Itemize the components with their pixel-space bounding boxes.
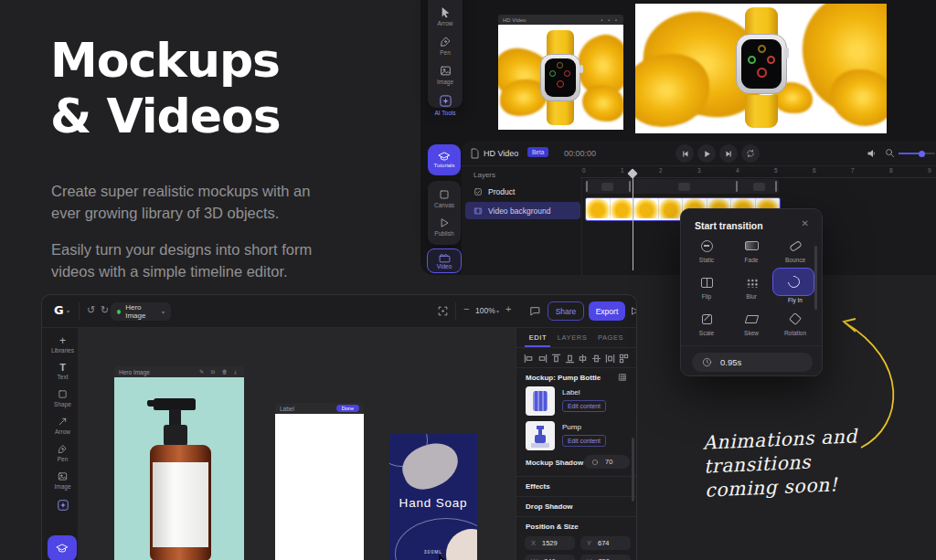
product-layer-icon	[473, 187, 483, 196]
transition-option-fade[interactable]: Fade	[731, 238, 771, 263]
zoom-slider-handle[interactable]	[919, 151, 925, 157]
align-center-v-icon[interactable]	[578, 354, 588, 364]
transition-duration-input[interactable]: 0.95s	[692, 353, 813, 372]
align-top-icon[interactable]	[551, 354, 561, 364]
tool-ai[interactable]	[48, 494, 78, 516]
pen-icon	[58, 444, 68, 454]
fit-view-icon[interactable]	[437, 305, 449, 317]
mockup-shadow-input[interactable]: 70	[584, 455, 630, 469]
transition-segment-bar[interactable]	[585, 179, 779, 194]
popup-scrollbar[interactable]	[814, 246, 817, 310]
zoom-chevron-icon[interactable]: ▾	[496, 308, 499, 314]
frame2-title-bar[interactable]: Label Done	[275, 403, 364, 414]
tool-libraries[interactable]: + Libraries	[48, 332, 78, 358]
grid-icon[interactable]	[618, 373, 627, 382]
tool-pen[interactable]: Pen	[48, 439, 78, 467]
watch-canvas-1[interactable]	[498, 25, 623, 130]
app-logo[interactable]: G	[54, 303, 64, 317]
skip-start-button[interactable]	[675, 144, 694, 163]
tool-shape[interactable]: Shape	[48, 385, 78, 412]
segment-in-chip[interactable]	[601, 183, 613, 191]
flip-icon	[701, 278, 713, 288]
hero-paragraph-2: Easily turn your designs into short form…	[51, 239, 335, 283]
tool-canvas[interactable]: Canvas	[428, 185, 461, 213]
paint-splash	[635, 54, 709, 127]
tool-publish[interactable]: Publish	[428, 213, 461, 241]
edit-content-button[interactable]: Edit content	[562, 400, 606, 412]
tool-arrow-draw[interactable]: Arrow	[48, 412, 78, 439]
tool-image[interactable]: Image	[48, 467, 78, 494]
video-mode-button[interactable]: Video	[427, 248, 462, 273]
inspector-panel: EDIT LAYERS PAGES Mockup: Pump Bottle	[516, 328, 636, 560]
clip-thumbnail	[634, 198, 659, 218]
comment-icon[interactable]	[529, 305, 541, 317]
tutorials-button[interactable]	[48, 535, 77, 560]
hand-soap-card[interactable]: Hand Soap 300ML	[389, 434, 477, 560]
layer-row-video-background[interactable]: Video background	[465, 202, 580, 219]
section-position-size[interactable]: Position & Size	[526, 523, 579, 531]
transition-option-bounce[interactable]: Bounce	[775, 238, 815, 263]
loop-button[interactable]	[741, 144, 760, 163]
transition-option-scale[interactable]: Scale	[686, 312, 727, 336]
distribute-icon[interactable]	[605, 354, 615, 364]
zoom-slider[interactable]	[899, 153, 935, 154]
align-right-icon[interactable]	[537, 354, 548, 364]
edit-content-button[interactable]: Edit content	[562, 435, 606, 447]
width-input[interactable]: W 846	[525, 555, 575, 560]
segment-mid-chip[interactable]	[678, 183, 690, 191]
hero-image-frame[interactable]	[114, 377, 244, 560]
height-input[interactable]: H 700	[580, 555, 631, 560]
label-layer-thumbnail[interactable]	[526, 386, 555, 416]
skip-end-button[interactable]	[719, 144, 738, 163]
done-button[interactable]: Done	[336, 405, 359, 412]
undo-icon[interactable]: ↺	[87, 304, 95, 316]
frame1-action-icons[interactable]: ✎ ⧉ 🗑 ⤓	[199, 368, 239, 375]
tool-arrow[interactable]: Arrow	[428, 2, 463, 31]
tutorials-button[interactable]: Tutorials	[428, 144, 461, 175]
align-left-icon[interactable]	[524, 354, 534, 364]
tidy-icon[interactable]	[619, 354, 629, 364]
zoom-out-button[interactable]: −	[463, 303, 469, 314]
tool-text[interactable]: T Text	[48, 358, 78, 385]
frame-title-bar[interactable]: HD Video ▪ ▪ ▪	[498, 15, 623, 25]
export-button[interactable]: Export	[589, 301, 625, 321]
pump-layer-thumbnail[interactable]	[526, 421, 555, 450]
frame1-title-bar[interactable]: Hero Image ✎ ⧉ 🗑 ⤓	[114, 366, 244, 377]
section-drop-shadow[interactable]: Drop Shadow	[526, 502, 573, 511]
design-canvas[interactable]: Hero Image ✎ ⧉ 🗑 ⤓ Label Done	[78, 328, 516, 560]
transition-option-flip[interactable]: Flip	[686, 275, 727, 300]
y-position-input[interactable]: Y 674	[580, 536, 631, 550]
play-button[interactable]	[697, 144, 716, 163]
tool-image[interactable]: Image	[428, 60, 463, 90]
image-icon	[58, 471, 68, 481]
zoom-in-button[interactable]: +	[505, 303, 511, 314]
transition-option-fly-in[interactable]: Fly In	[775, 275, 815, 303]
transition-option-skew[interactable]: Skew	[731, 312, 771, 336]
layer-row-product[interactable]: Product	[465, 183, 580, 200]
x-position-input[interactable]: X 1529	[525, 536, 575, 550]
align-center-h-icon[interactable]	[591, 354, 601, 364]
tool-ai[interactable]: AI Tools	[428, 90, 463, 121]
tab-edit[interactable]: EDIT	[529, 333, 547, 342]
transition-option-static[interactable]: Static	[686, 238, 727, 263]
paint-splash	[831, 69, 887, 126]
align-bottom-icon[interactable]	[565, 354, 575, 364]
inspector-scrollbar[interactable]	[632, 438, 634, 502]
tab-layers[interactable]: LAYERS	[558, 333, 588, 342]
segment-out-chip[interactable]	[753, 183, 765, 191]
mode-panel: Canvas Publish	[428, 181, 461, 245]
transition-option-rotation[interactable]: Rotation	[775, 312, 815, 336]
preview-play-icon[interactable]	[630, 306, 637, 316]
transition-option-blur[interactable]: Blur	[731, 275, 771, 300]
section-effects[interactable]: Effects	[526, 482, 550, 491]
share-button[interactable]: Share	[548, 301, 584, 321]
watch-canvas-2[interactable]	[635, 4, 887, 133]
label-design-frame[interactable]	[275, 414, 364, 560]
redo-icon[interactable]: ↻	[101, 304, 109, 316]
close-icon[interactable]: ✕	[802, 218, 809, 228]
tool-pen[interactable]: Pen	[428, 31, 463, 60]
frame-bar-icons[interactable]: ▪ ▪ ▪	[601, 17, 619, 23]
file-name-pill[interactable]: Hero Image ▾	[111, 302, 171, 321]
volume-icon[interactable]	[867, 148, 878, 159]
tab-pages[interactable]: PAGES	[598, 333, 623, 342]
